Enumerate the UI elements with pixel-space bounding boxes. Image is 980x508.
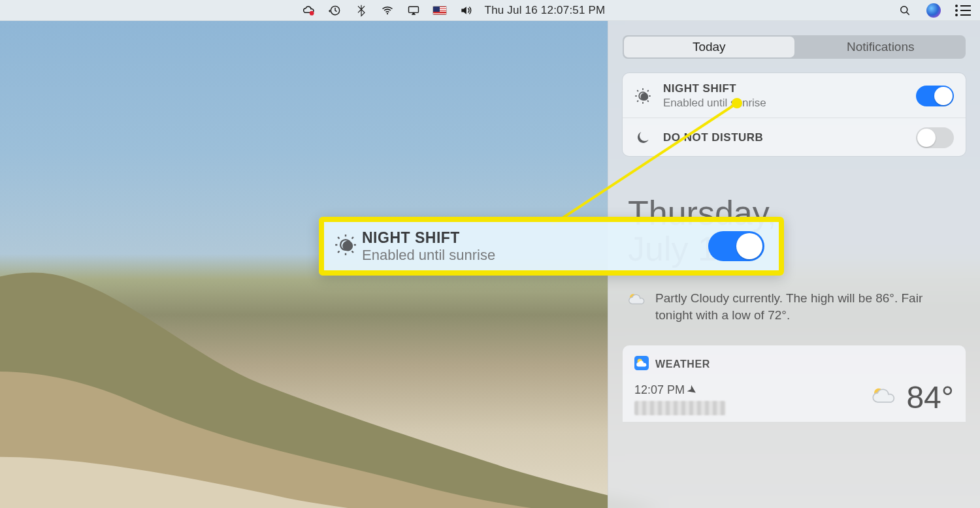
weather-summary: Partly Cloudy currently. The high will b… bbox=[623, 290, 966, 323]
partly-cloudy-icon bbox=[627, 290, 646, 312]
nc-tabs: Today Notifications bbox=[623, 35, 966, 59]
weather-widget[interactable]: WEATHER 12:07 PM➤ 84° bbox=[623, 345, 966, 422]
night-shift-toggle[interactable] bbox=[916, 86, 954, 106]
weather-location-redacted bbox=[634, 401, 726, 415]
dnd-row: DO NOT DISTURB bbox=[623, 118, 966, 156]
weather-widget-time: 12:07 PM➤ bbox=[634, 383, 726, 397]
volume-icon[interactable] bbox=[459, 3, 473, 18]
svg-point-0 bbox=[309, 10, 314, 15]
night-shift-callout: NIGHT SHIFT Enabled until sunrise bbox=[319, 217, 784, 276]
callout-title: NIGHT SHIFT bbox=[362, 229, 708, 247]
svg-point-2 bbox=[386, 12, 387, 14]
partly-cloudy-icon bbox=[870, 383, 897, 413]
input-source-us-flag-icon[interactable] bbox=[433, 6, 447, 15]
weather-summary-text: Partly Cloudy currently. The high will b… bbox=[655, 290, 962, 323]
night-shift-subtitle: Enabled until sunrise bbox=[663, 97, 907, 110]
night-shift-icon bbox=[333, 232, 362, 260]
menubar: Thu Jul 16 12:07:51 PM bbox=[0, 0, 980, 21]
time-machine-icon[interactable] bbox=[328, 3, 342, 18]
siri-icon[interactable] bbox=[926, 3, 941, 18]
bluetooth-icon[interactable] bbox=[354, 3, 368, 18]
location-arrow-icon: ➤ bbox=[684, 381, 700, 399]
airplay-icon[interactable] bbox=[406, 3, 421, 18]
night-shift-title: NIGHT SHIFT bbox=[663, 82, 907, 95]
dnd-title: DO NOT DISTURB bbox=[663, 131, 907, 144]
cloud-sync-icon[interactable] bbox=[302, 3, 316, 18]
menubar-clock[interactable]: Thu Jul 16 12:07:51 PM bbox=[485, 4, 606, 17]
night-shift-icon bbox=[632, 87, 654, 105]
moon-icon bbox=[632, 129, 654, 146]
wifi-icon[interactable] bbox=[380, 3, 395, 18]
night-shift-row: NIGHT SHIFT Enabled until sunrise bbox=[623, 73, 966, 118]
dnd-toggle[interactable] bbox=[916, 127, 954, 148]
weather-widget-temp: 84° bbox=[906, 379, 954, 415]
tab-today[interactable]: Today bbox=[624, 37, 794, 57]
tab-notifications[interactable]: Notifications bbox=[796, 35, 966, 59]
toggles-card: NIGHT SHIFT Enabled until sunrise DO NOT… bbox=[623, 73, 966, 156]
notification-center-icon[interactable] bbox=[955, 5, 971, 16]
svg-rect-3 bbox=[408, 7, 418, 12]
spotlight-search-icon[interactable] bbox=[898, 3, 912, 18]
weather-app-icon bbox=[634, 356, 649, 373]
callout-subtitle: Enabled until sunrise bbox=[362, 247, 708, 264]
callout-night-shift-toggle[interactable] bbox=[708, 231, 764, 261]
weather-widget-title: WEATHER bbox=[655, 358, 710, 370]
svg-point-4 bbox=[901, 6, 907, 12]
